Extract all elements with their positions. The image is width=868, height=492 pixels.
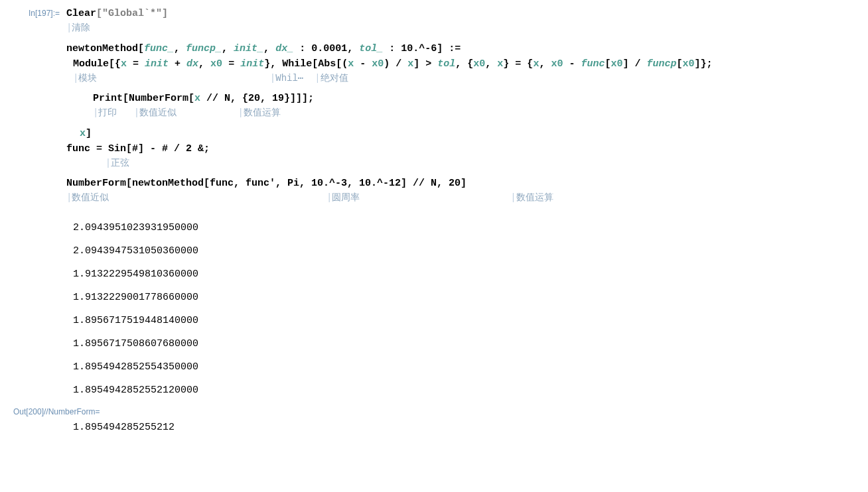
- output-line: 2.0943947531050360000: [73, 244, 855, 258]
- annotation-1: |清除: [66, 22, 855, 35]
- annotation-4: |打印 |数值近似 |数值运算: [66, 107, 855, 120]
- input-cell[interactable]: In[197]:= Clear["Global`*"] |清除 newtonMe…: [13, 7, 855, 212]
- final-output: 1.895494285255212: [73, 420, 855, 434]
- annotation-6: |正弦: [66, 157, 855, 170]
- code-line-1[interactable]: Clear["Global`*"]: [66, 7, 855, 21]
- output-line: 1.8954942852552120000: [73, 383, 855, 397]
- in-label: In[197]:=: [13, 7, 66, 19]
- code-line-5[interactable]: x]: [66, 127, 855, 141]
- code-line-6[interactable]: func = Sin[#] - # / 2 &;: [66, 142, 855, 156]
- code-line-2[interactable]: newtonMethod[func_, funcp_, init_, dx_ :…: [66, 42, 855, 56]
- print-output: 2.0943951023931950000 2.0943947531050360…: [73, 221, 855, 397]
- code-line-7[interactable]: NumberForm[newtonMethod[func, func', Pi,…: [66, 176, 855, 190]
- output-line: 2.0943951023931950000: [73, 221, 855, 235]
- code-block[interactable]: Clear["Global`*"] |清除 newtonMethod[func_…: [66, 7, 855, 212]
- code-line-3[interactable]: Module[{x = init + dx, x0 = init}, While…: [66, 57, 855, 71]
- output-line: 1.8954942852554350000: [73, 360, 855, 374]
- output-line: 1.9132229549810360000: [73, 267, 855, 281]
- annotation-3: |模块 |Whil⋯ |绝对值: [66, 72, 855, 86]
- code-line-4[interactable]: Print[NumberForm[x // N, {20, 19}]]];: [66, 92, 855, 105]
- output-line: 1.8956717519448140000: [73, 314, 855, 328]
- output-cell: Out[200]//NumberForm= 1.895494285255212: [13, 406, 855, 434]
- output-line: 1.9132229001778660000: [73, 290, 855, 304]
- output-line: 1.8956717508607680000: [73, 337, 855, 351]
- out-label: Out[200]//NumberForm=: [13, 406, 855, 418]
- annotation-7: |数值近似 |圆周率 |数值运算: [66, 192, 855, 205]
